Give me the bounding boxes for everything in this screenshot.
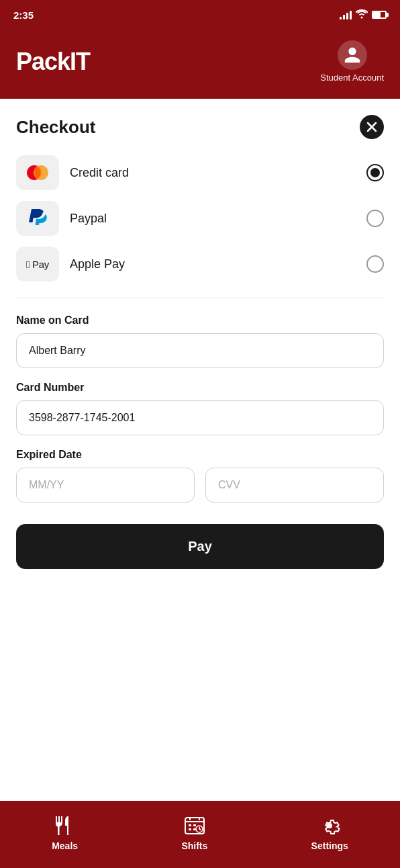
app-header: PackIT Student Account	[0, 30, 400, 99]
status-time: 2:35	[13, 9, 34, 21]
expired-date-label: Expired Date	[16, 449, 384, 461]
svg-rect-3	[189, 824, 191, 826]
paypal-label: Paypal	[70, 212, 107, 226]
student-account-label: Student Account	[320, 73, 384, 83]
payment-option-applepay[interactable]:  Pay Apple Pay	[16, 247, 384, 281]
paypal-radio[interactable]	[366, 210, 384, 227]
cvv-input[interactable]	[205, 468, 384, 503]
payment-option-paypal[interactable]: Paypal	[16, 201, 384, 236]
nav-item-meals[interactable]: Meals	[52, 815, 78, 851]
applepay-label: Apple Pay	[70, 257, 125, 271]
name-label: Name on Card	[16, 314, 384, 327]
settings-icon	[319, 815, 340, 836]
settings-label: Settings	[311, 840, 348, 851]
avatar	[338, 40, 367, 70]
svg-rect-4	[193, 824, 196, 826]
mmyy-input[interactable]	[16, 468, 195, 503]
applepay-radio[interactable]	[366, 255, 384, 273]
payment-options: Credit card Paypal  Pay	[16, 155, 384, 281]
close-icon	[366, 122, 377, 132]
divider	[16, 298, 384, 298]
card-number-input[interactable]	[16, 400, 384, 435]
mastercard-icon	[23, 163, 52, 182]
checkout-title: Checkout	[16, 117, 95, 138]
credit-card-label: Credit card	[70, 166, 129, 180]
applepay-icon-box:  Pay	[16, 247, 59, 281]
meals-icon	[54, 815, 76, 836]
pay-button[interactable]: Pay	[16, 524, 384, 569]
meals-label: Meals	[52, 840, 78, 851]
app-title: PackIT	[16, 48, 90, 76]
signal-icon	[340, 10, 352, 19]
date-cvv-row	[16, 468, 384, 503]
user-icon	[343, 46, 362, 64]
mastercard-icon-box	[16, 155, 59, 190]
nav-item-settings[interactable]: Settings	[311, 815, 348, 851]
status-icons	[340, 9, 387, 21]
payment-form: Name on Card Card Number Expired Date	[16, 314, 384, 503]
student-account-button[interactable]: Student Account	[320, 40, 384, 83]
wifi-icon	[356, 9, 368, 21]
credit-card-radio[interactable]	[366, 164, 384, 181]
paypal-icon	[28, 208, 47, 229]
paypal-icon-box	[16, 201, 59, 236]
card-number-label: Card Number	[16, 382, 384, 394]
checkout-header: Checkout	[16, 115, 384, 139]
status-bar: 2:35	[0, 0, 400, 30]
battery-icon	[372, 11, 387, 19]
nav-item-shifts[interactable]: Shifts	[181, 815, 207, 851]
close-button[interactable]	[360, 115, 384, 139]
main-content: Checkout Credit card	[0, 99, 400, 801]
bottom-nav: Meals Shifts Settings	[0, 801, 400, 868]
svg-rect-5	[189, 828, 191, 830]
name-input[interactable]	[16, 333, 384, 368]
shifts-label: Shifts	[181, 840, 207, 851]
payment-option-credit[interactable]: Credit card	[16, 155, 384, 190]
shifts-icon	[184, 815, 205, 836]
